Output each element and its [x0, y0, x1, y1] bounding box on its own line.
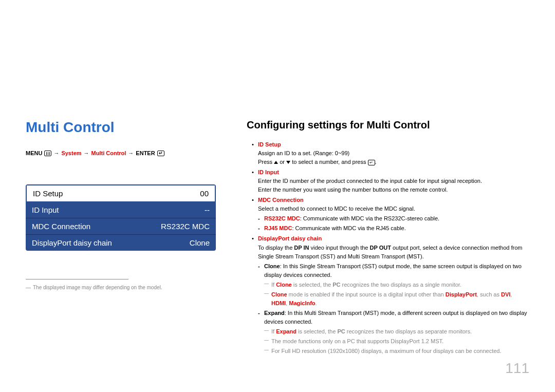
arrow-icon: →	[53, 150, 59, 156]
footnote: ―The displayed image may differ dependin…	[26, 285, 216, 290]
menu-row-idsetup: ID Setup 00	[26, 184, 216, 202]
enter-icon	[157, 151, 164, 156]
enter-icon	[368, 160, 375, 165]
section-title: Configuring settings for Multi Control	[247, 119, 529, 131]
text: Assign an ID to a set. (Range: 0~99)	[258, 149, 529, 158]
menu-icon	[44, 151, 51, 156]
note: If Expand is selected, the PC recognizes…	[264, 327, 529, 336]
nav-system: System	[61, 150, 81, 156]
note: Clone mode is enabled if the input sourc…	[264, 290, 529, 308]
menu-row-dp: DisplayPort daisy chain Clone	[26, 234, 216, 251]
arrow-icon: →	[128, 150, 134, 156]
menu-value: 00	[200, 189, 209, 198]
note: For Full HD resolution (1920x1080) displ…	[264, 347, 529, 356]
menu-row-mdc: MDC Connection RS232C MDC	[26, 218, 216, 234]
item-dp: DisplayPort daisy chain	[252, 234, 529, 243]
menu-label: MDC Connection	[32, 222, 90, 231]
text: Enter the number you want using the numb…	[258, 185, 529, 194]
menu-label: DisplayPort daisy chain	[32, 238, 112, 247]
item-mdc: MDC Connection	[252, 196, 529, 204]
arrow-icon: →	[84, 150, 89, 156]
nav-enter-label: ENTER	[136, 150, 155, 156]
menu-value: Clone	[190, 238, 210, 247]
subitem-rs232c: RS232C MDC: Communicate with MDC via the…	[258, 214, 529, 223]
text: To display the DP IN video input through…	[258, 244, 529, 261]
page-number: 111	[505, 360, 529, 377]
text: Press or to select a number, and press .	[258, 158, 529, 166]
note: The mode functions only on a PC that sup…	[264, 337, 529, 346]
subitem-rj45: RJ45 MDC: Communicate with MDC via the R…	[258, 224, 529, 233]
text: Enter the ID number of the product conne…	[258, 177, 529, 185]
item-idsetup: ID Setup	[252, 140, 529, 149]
item-idinput: ID Input	[252, 168, 529, 177]
menu-row-idinput: ID Input --	[26, 202, 216, 218]
up-icon	[274, 161, 278, 164]
down-icon	[286, 161, 290, 164]
menu-value: --	[205, 206, 210, 214]
menu-value: RS232C MDC	[161, 222, 210, 231]
nav-menu-label: MENU	[26, 150, 42, 156]
subitem-clone: Clone: In this Single Stream Transport (…	[258, 262, 529, 279]
nav-multi: Multi Control	[91, 150, 126, 156]
note: If Clone is selected, the PC recognizes …	[264, 281, 529, 289]
menu-label: ID Input	[32, 206, 59, 214]
content-body: ID Setup Assign an ID to a set. (Range: …	[247, 140, 529, 356]
text: Select a method to connect to MDC to rec…	[258, 204, 529, 213]
subitem-expand: Expand: In this Multi Stream Transport (…	[258, 309, 529, 326]
navigation-path: MENU → System → Multi Control → ENTER	[26, 150, 216, 156]
osd-menu: ID Setup 00 ID Input -- MDC Connection R…	[26, 184, 216, 251]
page-title: Multi Control	[26, 119, 216, 136]
divider	[26, 279, 128, 279]
menu-label: ID Setup	[33, 189, 63, 198]
